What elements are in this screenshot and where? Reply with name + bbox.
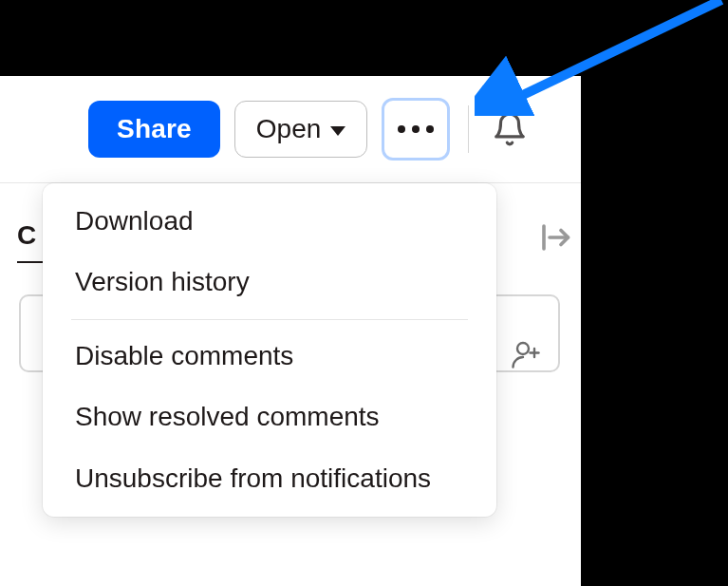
more-actions-button[interactable] [382, 98, 450, 161]
open-button[interactable]: Open [234, 101, 368, 158]
ellipsis-icon [398, 125, 434, 133]
notifications-button[interactable] [487, 106, 532, 152]
expand-right-icon [536, 220, 574, 255]
expand-panel-button[interactable] [536, 220, 574, 258]
app-area: Share Open C [0, 76, 581, 586]
menu-item-download[interactable]: Download [43, 191, 496, 252]
menu-item-unsubscribe[interactable]: Unsubscribe from notifications [43, 448, 496, 509]
toolbar-divider [468, 105, 469, 153]
letterbox-right [581, 0, 728, 586]
add-person-icon[interactable] [509, 337, 543, 371]
bell-icon [492, 111, 528, 147]
tab-comments[interactable]: C [17, 220, 36, 251]
open-label: Open [256, 114, 322, 144]
menu-item-disable-comments[interactable]: Disable comments [43, 326, 496, 387]
chevron-down-icon [330, 126, 345, 136]
menu-separator [71, 319, 468, 320]
menu-item-show-resolved[interactable]: Show resolved comments [43, 387, 496, 447]
share-button[interactable]: Share [88, 101, 220, 158]
svg-point-5 [517, 343, 529, 354]
tab-underline [17, 261, 46, 263]
toolbar: Share Open [88, 98, 532, 161]
menu-item-version-history[interactable]: Version history [43, 252, 496, 312]
more-actions-menu: Download Version history Disable comment… [43, 183, 496, 517]
